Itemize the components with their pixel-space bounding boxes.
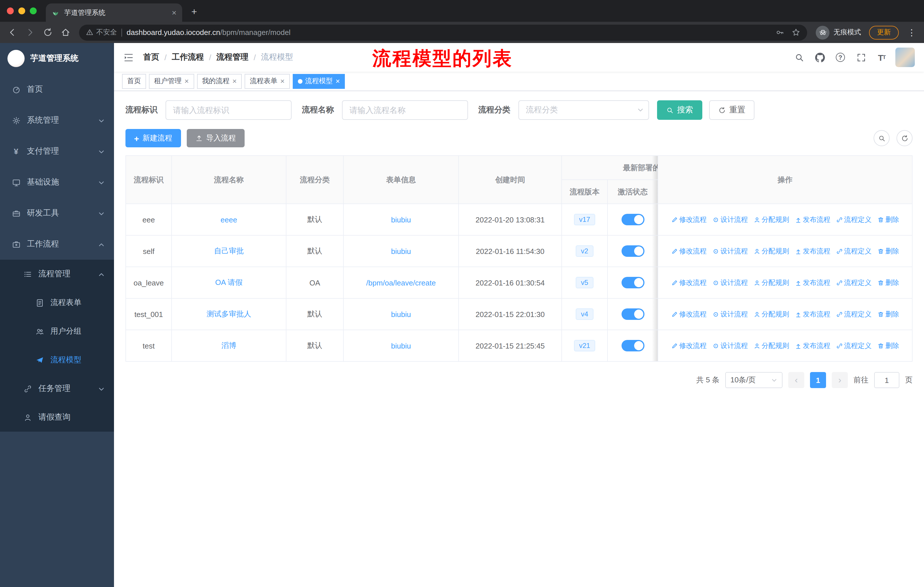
sidebar-item-workflow[interactable]: 工作流程 <box>0 229 114 260</box>
reset-button[interactable]: 重置 <box>709 100 754 120</box>
active-toggle[interactable] <box>621 340 644 351</box>
page-size-select[interactable]: 10条/页 <box>725 372 782 388</box>
refresh-table-button[interactable] <box>896 130 912 146</box>
action-publish[interactable]: 发布流程 <box>795 341 830 351</box>
prev-page-button[interactable]: ‹ <box>788 372 804 388</box>
sidebar-item-payment[interactable]: ¥ 支付管理 <box>0 136 114 167</box>
action-modify[interactable]: 修改流程 <box>671 341 706 351</box>
import-process-button[interactable]: 导入流程 <box>187 129 244 147</box>
sidebar-item-devtools[interactable]: 研发工具 <box>0 198 114 229</box>
github-icon[interactable] <box>813 50 827 64</box>
search-button[interactable]: 搜索 <box>657 100 702 120</box>
sidebar-fold-icon[interactable] <box>123 52 134 63</box>
sidebar-item-process-management[interactable]: 流程管理 <box>0 260 114 288</box>
security-warning[interactable]: 不安全 <box>86 28 117 37</box>
font-size-icon[interactable]: TT <box>875 50 888 64</box>
tag-home[interactable]: 首页 <box>122 74 146 89</box>
action-delete[interactable]: 删除 <box>877 341 899 351</box>
next-page-button[interactable]: › <box>832 372 848 388</box>
action-definition[interactable]: 流程定义 <box>836 309 871 319</box>
breadcrumb-item[interactable]: 流程管理 <box>216 52 249 63</box>
process-name-link[interactable]: 滔博 <box>221 341 236 350</box>
current-page-button[interactable]: 1 <box>810 372 826 388</box>
active-toggle[interactable] <box>621 214 644 225</box>
browser-update-button[interactable]: 更新 <box>869 25 899 39</box>
goto-page-input[interactable] <box>874 372 899 388</box>
new-tab-button[interactable]: + <box>191 6 197 18</box>
sidebar-item-leave-query[interactable]: 请假查询 <box>0 403 114 432</box>
action-delete[interactable]: 删除 <box>877 309 899 319</box>
tag-close-icon[interactable]: × <box>185 78 189 85</box>
bookmark-star-icon[interactable] <box>792 28 800 37</box>
action-modify[interactable]: 修改流程 <box>671 215 706 225</box>
search-icon[interactable] <box>792 50 806 64</box>
action-assign[interactable]: 分配规则 <box>754 309 789 319</box>
process-id-input[interactable] <box>165 100 292 120</box>
action-design[interactable]: 设计流程 <box>712 341 748 351</box>
password-key-icon[interactable] <box>776 28 784 37</box>
action-publish[interactable]: 发布流程 <box>795 309 830 319</box>
browser-tab[interactable]: 芋道管理系统 × <box>46 3 182 22</box>
sidebar-item-user-group[interactable]: 用户分组 <box>0 317 114 346</box>
action-design[interactable]: 设计流程 <box>712 309 748 319</box>
sidebar-item-task-management[interactable]: 任务管理 <box>0 374 114 403</box>
sidebar-item-system[interactable]: 系统管理 <box>0 105 114 136</box>
home-icon[interactable] <box>58 25 73 40</box>
action-definition[interactable]: 流程定义 <box>836 341 871 351</box>
show-search-button[interactable] <box>874 130 889 146</box>
close-window-button[interactable] <box>7 7 14 14</box>
active-toggle[interactable] <box>621 245 644 257</box>
help-icon[interactable]: ? <box>833 50 847 64</box>
action-modify[interactable]: 修改流程 <box>671 278 706 288</box>
tag-close-icon[interactable]: × <box>280 78 284 85</box>
action-definition[interactable]: 流程定义 <box>836 246 871 256</box>
sidebar-item-infrastructure[interactable]: 基础设施 <box>0 167 114 198</box>
action-modify[interactable]: 修改流程 <box>671 246 706 256</box>
process-name-link[interactable]: OA 请假 <box>215 278 242 287</box>
form-info-link[interactable]: biubiu <box>391 310 411 318</box>
maximize-window-button[interactable] <box>30 7 37 14</box>
action-assign[interactable]: 分配规则 <box>754 215 789 225</box>
action-modify[interactable]: 修改流程 <box>671 309 706 319</box>
minimize-window-button[interactable] <box>18 7 25 14</box>
forward-icon[interactable] <box>22 25 38 40</box>
action-design[interactable]: 设计流程 <box>712 278 748 288</box>
process-name-link[interactable]: eeee <box>221 215 237 224</box>
action-design[interactable]: 设计流程 <box>712 246 748 256</box>
address-bar[interactable]: 不安全 dashboard.yudao.iocoder.cn/bpm/manag… <box>79 24 807 40</box>
active-toggle[interactable] <box>621 277 644 288</box>
action-assign[interactable]: 分配规则 <box>754 278 789 288</box>
process-name-input[interactable] <box>342 100 468 120</box>
tag-my-process[interactable]: 我的流程 × <box>197 74 242 89</box>
action-publish[interactable]: 发布流程 <box>795 278 830 288</box>
category-select[interactable]: 流程分类 <box>518 100 649 120</box>
form-info-link[interactable]: biubiu <box>391 341 411 350</box>
back-icon[interactable] <box>5 25 20 40</box>
tag-close-icon[interactable]: × <box>232 78 237 85</box>
browser-menu-icon[interactable]: ⋮ <box>904 27 919 38</box>
action-delete[interactable]: 删除 <box>877 278 899 288</box>
create-process-button[interactable]: + 新建流程 <box>125 129 181 147</box>
action-publish[interactable]: 发布流程 <box>795 246 830 256</box>
form-info-link[interactable]: biubiu <box>391 247 411 255</box>
user-avatar[interactable] <box>895 48 915 67</box>
reload-icon[interactable] <box>40 25 56 40</box>
action-design[interactable]: 设计流程 <box>712 215 748 225</box>
breadcrumb-item[interactable]: 首页 <box>143 52 159 63</box>
sidebar-logo[interactable]: 芋道管理系统 <box>0 43 114 74</box>
sidebar-item-process-model[interactable]: 流程模型 <box>0 346 114 374</box>
tag-close-icon[interactable]: × <box>336 78 340 85</box>
action-assign[interactable]: 分配规则 <box>754 341 789 351</box>
action-publish[interactable]: 发布流程 <box>795 215 830 225</box>
action-assign[interactable]: 分配规则 <box>754 246 789 256</box>
action-definition[interactable]: 流程定义 <box>836 215 871 225</box>
process-name-link[interactable]: 测试多审批人 <box>206 309 251 318</box>
tag-process-form[interactable]: 流程表单 × <box>244 74 290 89</box>
fullscreen-icon[interactable] <box>854 50 868 64</box>
breadcrumb-item[interactable]: 工作流程 <box>172 52 204 63</box>
sidebar-item-process-form[interactable]: 流程表单 <box>0 288 114 317</box>
form-info-link[interactable]: biubiu <box>391 215 411 224</box>
tab-close-icon[interactable]: × <box>172 8 177 17</box>
action-definition[interactable]: 流程定义 <box>836 278 871 288</box>
active-toggle[interactable] <box>621 308 644 320</box>
